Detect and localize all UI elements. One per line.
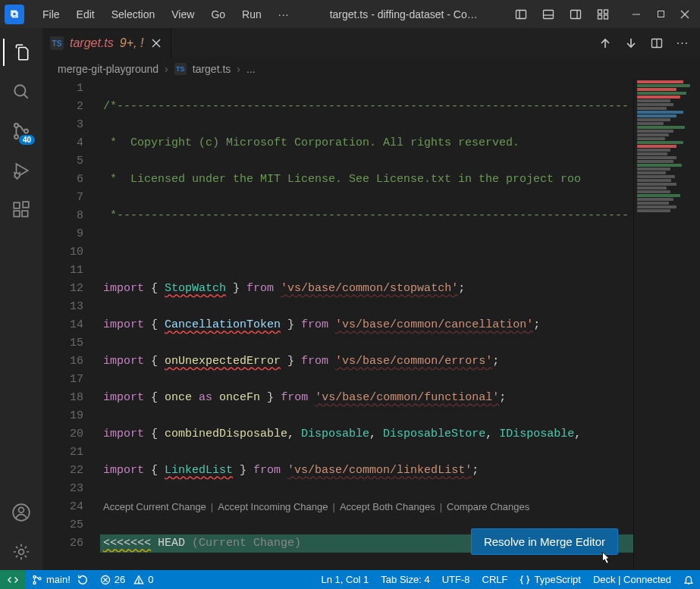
svg-rect-24: [23, 202, 29, 208]
menu-file[interactable]: File: [35, 5, 67, 23]
encoding[interactable]: UTF-8: [436, 570, 476, 589]
svg-rect-23: [22, 211, 28, 217]
svg-rect-8: [598, 15, 602, 19]
svg-rect-2: [544, 10, 554, 18]
compare-changes[interactable]: Compare Changes: [447, 498, 529, 516]
typescript-icon: TS: [50, 36, 64, 50]
svg-point-34: [33, 575, 36, 578]
svg-rect-21: [14, 202, 20, 208]
toggle-panel-left-icon[interactable]: [510, 4, 532, 25]
tab-size[interactable]: Tab Size: 4: [375, 570, 435, 589]
scm-badge: 40: [19, 135, 35, 145]
split-editor-icon[interactable]: [648, 35, 665, 52]
svg-point-36: [39, 577, 41, 579]
next-change-icon[interactable]: [623, 35, 639, 52]
svg-rect-22: [14, 211, 20, 217]
app-icon: ⧉: [5, 5, 24, 24]
window-controls: [626, 4, 695, 25]
merge-codelens: Accept Current Change|Accept Incoming Ch…: [100, 498, 633, 516]
tab-close-icon[interactable]: [149, 36, 163, 50]
code-content[interactable]: /*--------------------------------------…: [100, 80, 633, 570]
toggle-panel-bottom-icon[interactable]: [538, 4, 559, 25]
svg-rect-6: [598, 10, 602, 14]
layout-controls: [510, 4, 614, 25]
svg-line-15: [24, 94, 27, 98]
search-icon[interactable]: [3, 74, 39, 110]
run-debug-icon[interactable]: [3, 152, 39, 189]
language-mode[interactable]: TypeScript: [513, 570, 586, 589]
resolve-in-merge-editor-button[interactable]: Resolve in Merge Editor: [471, 528, 618, 555]
svg-rect-11: [658, 11, 664, 17]
problems-indicator[interactable]: 26 0: [94, 570, 160, 589]
tab-filename: target.ts: [70, 36, 114, 50]
accept-incoming-change[interactable]: Accept Incoming Change: [218, 498, 328, 516]
svg-point-27: [19, 550, 24, 555]
eol[interactable]: CRLF: [476, 570, 514, 589]
breadcrumb-file[interactable]: target.ts: [193, 63, 231, 75]
breadcrumb-folder[interactable]: merge-git-playground: [58, 63, 159, 75]
editor-body: 1234567891011121314151617181920212223242…: [42, 80, 700, 570]
svg-point-16: [14, 124, 18, 127]
svg-rect-9: [604, 15, 608, 19]
maximize-button[interactable]: [650, 4, 671, 25]
breadcrumb-sep: ›: [237, 63, 240, 75]
close-button[interactable]: [674, 4, 695, 25]
minimize-button[interactable]: [626, 4, 647, 25]
window-title: target.ts - diffing-dataset - Co…: [301, 8, 506, 20]
menu-overflow[interactable]: ···: [271, 5, 297, 23]
menu-selection[interactable]: Selection: [104, 5, 163, 23]
prev-change-icon[interactable]: [597, 35, 614, 52]
editor-tabs: TS target.ts 9+, ! ···: [42, 28, 700, 58]
breadcrumb-more[interactable]: ...: [246, 63, 256, 75]
tab-target-ts[interactable]: TS target.ts 9+, !: [42, 28, 171, 58]
settings-gear-icon[interactable]: [3, 534, 39, 570]
svg-rect-4: [571, 10, 581, 18]
menu-edit[interactable]: Edit: [69, 5, 102, 23]
status-bar: main! 26 0 Ln 1, Col 1 Tab Size: 4 UTF-8…: [0, 570, 700, 589]
breadcrumb-sep: ›: [165, 63, 168, 75]
typescript-icon: TS: [174, 63, 187, 75]
accounts-icon[interactable]: [3, 494, 39, 531]
svg-point-26: [19, 507, 24, 512]
svg-rect-7: [604, 10, 608, 14]
svg-rect-0: [516, 10, 526, 18]
svg-point-41: [139, 581, 140, 582]
deck-status[interactable]: Deck | Connected: [587, 570, 677, 589]
editor-area: TS target.ts 9+, ! ··· merge-git-playgro…: [42, 28, 700, 570]
cursor-position[interactable]: Ln 1, Col 1: [315, 570, 375, 589]
customize-layout-icon[interactable]: [592, 4, 614, 25]
svg-point-35: [33, 581, 36, 584]
extensions-icon[interactable]: [3, 192, 39, 228]
menu-go[interactable]: Go: [203, 5, 233, 23]
menu-view[interactable]: View: [164, 5, 202, 23]
toggle-panel-right-icon[interactable]: [565, 4, 586, 25]
menu-run[interactable]: Run: [234, 5, 269, 23]
notifications-icon[interactable]: [677, 570, 700, 589]
svg-point-18: [24, 130, 28, 133]
titlebar: ⧉ File Edit Selection View Go Run ··· ta…: [0, 0, 700, 28]
svg-point-14: [14, 85, 25, 96]
editor-actions: ···: [597, 28, 700, 58]
accept-current-change[interactable]: Accept Current Change: [103, 498, 206, 516]
remote-indicator[interactable]: [0, 570, 26, 589]
minimap[interactable]: [633, 80, 700, 570]
accept-both-changes[interactable]: Accept Both Changes: [340, 498, 435, 516]
breadcrumbs[interactable]: merge-git-playground › TS target.ts › ..…: [42, 58, 700, 80]
activity-bar: 40: [0, 28, 42, 570]
line-number-gutter: 1234567891011121314151617181920212223242…: [42, 80, 100, 570]
tab-suffix: 9+, !: [120, 36, 144, 50]
branch-indicator[interactable]: main!: [26, 570, 94, 589]
explorer-icon[interactable]: [3, 34, 39, 70]
source-control-icon[interactable]: 40: [3, 113, 39, 149]
more-actions-icon[interactable]: ···: [674, 35, 691, 52]
menu-bar: File Edit Selection View Go Run ···: [35, 5, 297, 23]
svg-point-17: [14, 135, 18, 139]
